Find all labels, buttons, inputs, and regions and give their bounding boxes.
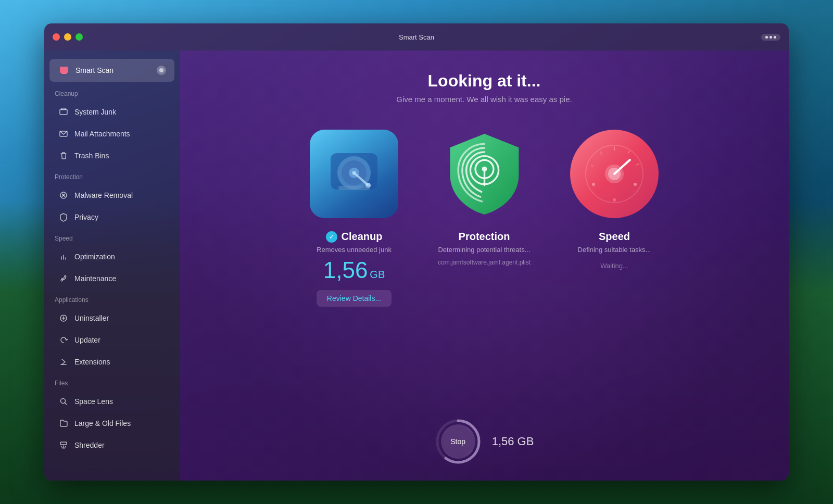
- stop-button-container: Stop: [435, 418, 482, 465]
- sidebar-item-space-lens[interactable]: Space Lens: [49, 391, 174, 412]
- window-title: Smart Scan: [399, 33, 434, 41]
- speed-status-row: Speed: [599, 231, 630, 243]
- extensions-label: Extensions: [74, 358, 110, 366]
- sidebar-item-shredder[interactable]: Shredder: [49, 435, 174, 456]
- large-old-files-label: Large & Old Files: [74, 419, 131, 427]
- optimization-label: Optimization: [74, 253, 115, 261]
- smart-scan-icon: [58, 64, 70, 77]
- speed-card: Speed Defining suitable tasks... Waiting…: [557, 130, 672, 270]
- svg-line-20: [65, 446, 66, 448]
- cards-row: ✓ Cleanup Removes unneeded junk 1,56 GB …: [297, 130, 672, 307]
- protection-icon-area: [440, 130, 528, 218]
- sidebar-item-system-junk[interactable]: System Junk: [49, 102, 174, 122]
- optimization-icon: [58, 251, 69, 262]
- maintenance-icon: [58, 273, 69, 284]
- sidebar-item-optimization[interactable]: Optimization: [49, 246, 174, 267]
- extensions-icon: [58, 356, 69, 368]
- updater-label: Updater: [74, 336, 100, 344]
- panel-subtitle: Give me a moment. We all wish it was eas…: [396, 95, 572, 104]
- svg-point-2: [159, 68, 163, 72]
- system-junk-label: System Junk: [74, 108, 116, 116]
- sidebar-item-extensions[interactable]: Extensions: [49, 351, 174, 372]
- privacy-icon: [58, 211, 69, 223]
- svg-point-9: [62, 194, 65, 196]
- svg-point-42: [613, 198, 616, 201]
- section-label-applications: Applications: [44, 290, 180, 307]
- svg-line-18: [61, 446, 62, 448]
- maintenance-label: Maintenance: [74, 274, 116, 283]
- protection-title: Protection: [459, 231, 510, 243]
- cleanup-unit: GB: [370, 269, 385, 280]
- sidebar-item-trash-bins[interactable]: Trash Bins: [49, 145, 174, 166]
- svg-point-13: [61, 280, 62, 281]
- protection-card: Protection Determining potential threats…: [427, 130, 541, 269]
- dot-icon: [769, 36, 772, 39]
- cleanup-desc: Removes unneeded junk: [317, 246, 392, 254]
- shredder-icon: [58, 439, 69, 451]
- sidebar: Smart Scan Cleanup System Junk: [44, 51, 180, 481]
- close-button[interactable]: [53, 33, 60, 41]
- system-junk-icon: [58, 106, 69, 118]
- dot-icon: [774, 36, 776, 39]
- svg-line-33: [628, 150, 630, 154]
- stop-button[interactable]: Stop: [441, 424, 475, 459]
- section-label-cleanup: Cleanup: [44, 84, 180, 100]
- review-details-button[interactable]: Review Details...: [317, 290, 392, 307]
- protection-status-row: Protection: [459, 231, 510, 243]
- section-label-files: Files: [44, 373, 180, 390]
- svg-point-41: [592, 183, 595, 186]
- speed-title: Speed: [599, 231, 630, 243]
- speed-desc: Defining suitable tasks...: [578, 246, 651, 254]
- space-lens-icon: [58, 396, 69, 407]
- trash-bins-icon: [58, 150, 69, 161]
- more-options-button[interactable]: [761, 34, 780, 41]
- malware-removal-label: Malware Removal: [74, 191, 133, 199]
- minimize-button[interactable]: [64, 33, 71, 41]
- sidebar-item-maintenance[interactable]: Maintenance: [49, 268, 174, 289]
- sidebar-item-large-old-files[interactable]: Large & Old Files: [49, 413, 174, 434]
- protection-desc: Determining potential threats...: [438, 246, 530, 254]
- sidebar-active-label: Smart Scan: [75, 66, 113, 74]
- mail-attachments-icon: [58, 128, 69, 140]
- svg-rect-28: [338, 186, 370, 190]
- section-label-speed: Speed: [44, 229, 180, 245]
- updater-icon: [58, 334, 69, 346]
- cleanup-value: 1,56: [323, 259, 368, 282]
- svg-rect-17: [60, 442, 67, 445]
- svg-point-39: [608, 168, 621, 180]
- traffic-lights: [53, 33, 83, 41]
- svg-line-34: [636, 163, 639, 165]
- app-window: Smart Scan Smart Scan: [44, 23, 789, 481]
- sidebar-item-mail-attachments[interactable]: Mail Attachments: [49, 123, 174, 144]
- svg-rect-0: [60, 67, 68, 73]
- cleanup-check-icon: ✓: [326, 231, 337, 243]
- uninstaller-icon: [58, 312, 69, 324]
- svg-line-36: [600, 152, 602, 155]
- cleanup-card: ✓ Cleanup Removes unneeded junk 1,56 GB …: [297, 130, 411, 307]
- sidebar-item-smart-scan[interactable]: Smart Scan: [49, 59, 174, 82]
- main-content: Smart Scan Cleanup System Junk: [44, 51, 789, 481]
- sidebar-item-malware-removal[interactable]: Malware Removal: [49, 185, 174, 206]
- sidebar-item-privacy[interactable]: Privacy: [49, 207, 174, 228]
- mail-attachments-label: Mail Attachments: [74, 130, 130, 138]
- maximize-button[interactable]: [75, 33, 83, 41]
- shredder-label: Shredder: [74, 441, 105, 449]
- protection-shield-svg: [444, 130, 525, 218]
- speed-waiting: Waiting...: [600, 262, 628, 270]
- sidebar-item-uninstaller[interactable]: Uninstaller: [49, 308, 174, 329]
- cleanup-title: Cleanup: [342, 231, 383, 243]
- title-bar: Smart Scan: [44, 23, 789, 51]
- speed-icon-area: [570, 130, 659, 218]
- cleanup-value-row: 1,56 GB: [323, 259, 385, 284]
- space-lens-label: Space Lens: [74, 397, 113, 406]
- svg-line-35: [591, 165, 594, 167]
- svg-point-40: [634, 183, 637, 186]
- disk-svg: [323, 143, 385, 205]
- notification-badge: [157, 66, 166, 75]
- bottom-size-value: 1,56 GB: [492, 435, 534, 448]
- section-label-protection: Protection: [44, 167, 180, 184]
- sidebar-item-updater[interactable]: Updater: [49, 330, 174, 350]
- dot-icon: [765, 36, 768, 39]
- uninstaller-label: Uninstaller: [74, 314, 109, 322]
- main-panel: Looking at it... Give me a moment. We al…: [180, 51, 789, 481]
